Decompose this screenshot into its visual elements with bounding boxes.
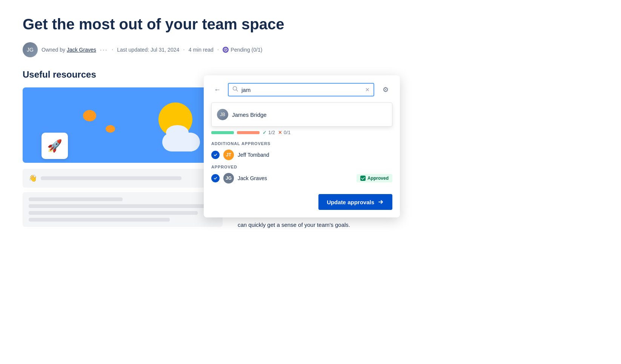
approval-modal: ← ✕ ⚙ JB James Bridge (204, 75, 400, 217)
rejected-count-value: 0/1 (284, 130, 291, 135)
owner-avatar: JG (23, 42, 38, 57)
jeff-check-icon (211, 151, 220, 159)
pending-icon (223, 47, 229, 53)
orange-blob-1 (83, 110, 96, 121)
suggestion-avatar: JB (217, 109, 228, 120)
read-time: 4 min read (189, 47, 214, 53)
meta-separator: · (112, 46, 113, 53)
text-line-1 (29, 197, 123, 201)
jack-check-icon (211, 174, 220, 182)
text-line (41, 176, 181, 180)
page-title: Get the most out of your team space (23, 15, 598, 33)
additional-approvers-label: ADDITIONAL APPROVERS (211, 141, 392, 146)
owner-avatar-img: JG (23, 42, 38, 57)
text-cards: 👋 (23, 169, 223, 227)
status-pink-bar (237, 131, 260, 134)
owned-by-label: Owned by (42, 47, 65, 53)
rejected-count: ✕ 0/1 (278, 130, 291, 135)
status-green-bar (211, 131, 234, 134)
update-button-container: Update approvals (211, 188, 392, 210)
update-approvals-button[interactable]: Update approvals (318, 194, 392, 210)
cloud-decoration (162, 133, 200, 151)
hero-card-image: 🚀 (23, 87, 223, 163)
text-line-3 (29, 211, 198, 215)
approved-count-value: 1/2 (268, 130, 275, 135)
x-icon: ✕ (278, 130, 282, 135)
search-box: ✕ (228, 83, 374, 96)
modal-header: ← ✕ ⚙ (211, 83, 392, 96)
approved-badge: Approved (357, 174, 392, 182)
wave-card: 👋 (23, 169, 223, 188)
settings-button[interactable]: ⚙ (379, 83, 392, 96)
status-bar: ✓ 1/2 ✕ 0/1 (211, 130, 392, 135)
meta-separator3: · (217, 46, 219, 53)
text-block-lines (29, 197, 217, 222)
text-lines-wave (41, 176, 217, 180)
pending-label: Pending (0/1) (231, 47, 262, 53)
approver-row-jeff: JT Jeff Tomband (211, 150, 392, 160)
svg-rect-2 (360, 176, 366, 181)
suggestion-dropdown: JB James Bridge (211, 102, 392, 127)
orange-blob-2 (106, 125, 115, 133)
suggestion-name: James Bridge (232, 112, 267, 118)
suggestion-item-james-bridge[interactable]: JB James Bridge (212, 106, 392, 123)
text-block-card (23, 192, 223, 227)
approved-label: APPROVED (211, 165, 392, 169)
suggestion-avatar-inner: JB (217, 109, 228, 120)
pending-badge: Pending (0/1) (223, 47, 262, 53)
clear-search-button[interactable]: ✕ (365, 87, 370, 93)
more-options-button[interactable]: ··· (100, 46, 108, 54)
jeff-name: Jeff Tomband (238, 152, 392, 158)
left-content: 🚀 👋 (23, 87, 223, 236)
jack-avatar: JG (223, 173, 234, 184)
text-line-2 (29, 204, 217, 208)
right-text-9: can quickly get a sense of your team's g… (238, 222, 350, 228)
search-icon (232, 86, 238, 93)
last-updated: Last updated: Jul 31, 2024 (117, 47, 179, 53)
meta-separator2: · (183, 46, 184, 53)
owner-name-link[interactable]: Jack Graves (67, 47, 96, 53)
jack-name: Jack Graves (238, 175, 353, 181)
update-btn-label: Update approvals (327, 199, 374, 205)
approved-badge-text: Approved (367, 176, 389, 181)
text-line-4 (29, 218, 170, 222)
approver-row-jack: JG Jack Graves Approved (211, 173, 392, 184)
page-container: Get the most out of your team space JG O… (0, 0, 621, 251)
rocket-card: 🚀 (42, 133, 68, 159)
back-button[interactable]: ← (211, 84, 223, 96)
meta-text: Owned by Jack Graves (42, 47, 96, 53)
wave-emoji: 👋 (29, 174, 37, 182)
meta-row: JG Owned by Jack Graves ··· · Last updat… (23, 42, 598, 57)
check-icon: ✓ (263, 130, 267, 135)
search-input[interactable] (241, 87, 362, 93)
jeff-avatar: JT (223, 150, 234, 160)
approved-count: ✓ 1/2 (263, 130, 275, 135)
right-para-9: can quickly get a sense of your team's g… (238, 220, 464, 230)
